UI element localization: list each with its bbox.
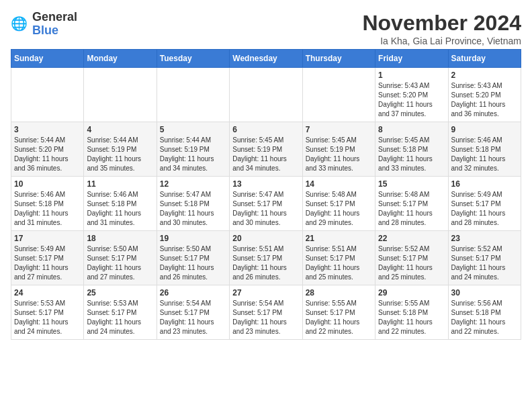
- calendar-cell: 20Sunrise: 5:51 AM Sunset: 5:17 PM Dayli…: [230, 231, 302, 285]
- calendar-cell: 4Sunrise: 5:44 AM Sunset: 5:19 PM Daylig…: [84, 122, 157, 177]
- day-info: Sunrise: 5:45 AM Sunset: 5:19 PM Dayligh…: [232, 136, 299, 173]
- day-info: Sunrise: 5:45 AM Sunset: 5:19 PM Dayligh…: [306, 136, 372, 173]
- day-number: 23: [451, 234, 518, 243]
- day-number: 22: [378, 234, 445, 243]
- calendar-cell: [11, 68, 84, 122]
- calendar-cell: 28Sunrise: 5:55 AM Sunset: 5:17 PM Dayli…: [302, 285, 375, 340]
- day-info: Sunrise: 5:53 AM Sunset: 5:17 PM Dayligh…: [87, 299, 153, 336]
- calendar-cell: 23Sunrise: 5:52 AM Sunset: 5:17 PM Dayli…: [448, 231, 521, 285]
- day-number: 1: [378, 71, 445, 80]
- day-number: 2: [451, 71, 518, 80]
- calendar-cell: 22Sunrise: 5:52 AM Sunset: 5:17 PM Dayli…: [375, 231, 448, 285]
- calendar-cell: 15Sunrise: 5:48 AM Sunset: 5:17 PM Dayli…: [375, 177, 448, 231]
- day-info: Sunrise: 5:53 AM Sunset: 5:17 PM Dayligh…: [14, 299, 81, 336]
- calendar-cell: 12Sunrise: 5:47 AM Sunset: 5:18 PM Dayli…: [157, 177, 229, 231]
- week-row-5: 24Sunrise: 5:53 AM Sunset: 5:17 PM Dayli…: [11, 285, 521, 340]
- day-info: Sunrise: 5:44 AM Sunset: 5:20 PM Dayligh…: [14, 136, 81, 173]
- title-area: November 2024 Ia Kha, Gia Lai Province, …: [362, 11, 521, 46]
- calendar-cell: 14Sunrise: 5:48 AM Sunset: 5:17 PM Dayli…: [302, 177, 375, 231]
- logo-blue: Blue: [32, 24, 77, 38]
- calendar-cell: 30Sunrise: 5:56 AM Sunset: 5:18 PM Dayli…: [448, 285, 521, 340]
- day-number: 9: [451, 125, 518, 134]
- day-info: Sunrise: 5:49 AM Sunset: 5:17 PM Dayligh…: [451, 190, 518, 228]
- calendar-cell: [230, 68, 302, 122]
- day-info: Sunrise: 5:44 AM Sunset: 5:19 PM Dayligh…: [87, 136, 153, 173]
- day-info: Sunrise: 5:43 AM Sunset: 5:20 PM Dayligh…: [378, 81, 445, 119]
- column-header-tuesday: Tuesday: [157, 50, 229, 68]
- day-number: 10: [14, 179, 81, 189]
- column-header-monday: Monday: [84, 50, 157, 68]
- week-row-4: 17Sunrise: 5:49 AM Sunset: 5:17 PM Dayli…: [11, 231, 521, 285]
- calendar-cell: 10Sunrise: 5:46 AM Sunset: 5:18 PM Dayli…: [11, 177, 84, 231]
- day-number: 13: [232, 179, 299, 189]
- day-info: Sunrise: 5:52 AM Sunset: 5:17 PM Dayligh…: [378, 244, 445, 282]
- day-number: 25: [87, 288, 153, 298]
- day-number: 30: [451, 288, 518, 298]
- day-info: Sunrise: 5:51 AM Sunset: 5:17 PM Dayligh…: [306, 244, 372, 282]
- calendar-cell: 13Sunrise: 5:47 AM Sunset: 5:17 PM Dayli…: [230, 177, 302, 231]
- day-info: Sunrise: 5:55 AM Sunset: 5:18 PM Dayligh…: [378, 299, 445, 336]
- day-number: 18: [87, 234, 153, 243]
- calendar-cell: 3Sunrise: 5:44 AM Sunset: 5:20 PM Daylig…: [11, 122, 84, 177]
- day-number: 3: [14, 125, 81, 134]
- day-info: Sunrise: 5:56 AM Sunset: 5:18 PM Dayligh…: [451, 299, 518, 336]
- day-number: 24: [14, 288, 81, 298]
- day-number: 20: [232, 234, 299, 243]
- day-info: Sunrise: 5:51 AM Sunset: 5:17 PM Dayligh…: [232, 244, 299, 282]
- day-info: Sunrise: 5:44 AM Sunset: 5:19 PM Dayligh…: [160, 136, 226, 173]
- day-number: 19: [160, 234, 226, 243]
- calendar-table: SundayMondayTuesdayWednesdayThursdayFrid…: [11, 49, 521, 340]
- calendar-cell: 11Sunrise: 5:46 AM Sunset: 5:18 PM Dayli…: [84, 177, 157, 231]
- day-number: 17: [14, 234, 81, 243]
- day-info: Sunrise: 5:50 AM Sunset: 5:17 PM Dayligh…: [87, 244, 153, 282]
- week-row-1: 1Sunrise: 5:43 AM Sunset: 5:20 PM Daylig…: [11, 68, 521, 122]
- day-number: 26: [160, 288, 226, 298]
- calendar-cell: 7Sunrise: 5:45 AM Sunset: 5:19 PM Daylig…: [302, 122, 375, 177]
- calendar-cell: 9Sunrise: 5:46 AM Sunset: 5:18 PM Daylig…: [448, 122, 521, 177]
- header: 🌐 General Blue November 2024 Ia Kha, Gia…: [11, 11, 521, 46]
- day-number: 11: [87, 179, 153, 189]
- calendar-cell: [157, 68, 229, 122]
- calendar-cell: 29Sunrise: 5:55 AM Sunset: 5:18 PM Dayli…: [375, 285, 448, 340]
- day-info: Sunrise: 5:55 AM Sunset: 5:17 PM Dayligh…: [306, 299, 372, 336]
- day-info: Sunrise: 5:48 AM Sunset: 5:17 PM Dayligh…: [378, 190, 445, 228]
- day-info: Sunrise: 5:54 AM Sunset: 5:17 PM Dayligh…: [232, 299, 299, 336]
- calendar-cell: [302, 68, 375, 122]
- calendar-cell: 26Sunrise: 5:54 AM Sunset: 5:17 PM Dayli…: [157, 285, 229, 340]
- logo-general: General: [32, 11, 77, 24]
- month-title: November 2024: [362, 11, 521, 36]
- calendar-cell: [84, 68, 157, 122]
- day-number: 4: [87, 125, 153, 134]
- day-info: Sunrise: 5:47 AM Sunset: 5:18 PM Dayligh…: [160, 190, 226, 228]
- calendar-cell: 18Sunrise: 5:50 AM Sunset: 5:17 PM Dayli…: [84, 231, 157, 285]
- calendar-cell: 17Sunrise: 5:49 AM Sunset: 5:17 PM Dayli…: [11, 231, 84, 285]
- calendar-header-row: SundayMondayTuesdayWednesdayThursdayFrid…: [11, 50, 521, 68]
- logo: 🌐 General Blue: [11, 11, 77, 38]
- calendar-cell: 25Sunrise: 5:53 AM Sunset: 5:17 PM Dayli…: [84, 285, 157, 340]
- day-info: Sunrise: 5:45 AM Sunset: 5:18 PM Dayligh…: [378, 136, 445, 173]
- svg-text:🌐: 🌐: [11, 15, 28, 32]
- column-header-wednesday: Wednesday: [230, 50, 302, 68]
- calendar-cell: 8Sunrise: 5:45 AM Sunset: 5:18 PM Daylig…: [375, 122, 448, 177]
- day-info: Sunrise: 5:43 AM Sunset: 5:20 PM Dayligh…: [451, 81, 518, 119]
- day-number: 7: [306, 125, 372, 134]
- calendar-cell: 1Sunrise: 5:43 AM Sunset: 5:20 PM Daylig…: [375, 68, 448, 122]
- location: Ia Kha, Gia Lai Province, Vietnam: [362, 36, 521, 46]
- column-header-saturday: Saturday: [448, 50, 521, 68]
- column-header-sunday: Sunday: [11, 50, 84, 68]
- week-row-2: 3Sunrise: 5:44 AM Sunset: 5:20 PM Daylig…: [11, 122, 521, 177]
- day-number: 15: [378, 179, 445, 189]
- calendar-cell: 27Sunrise: 5:54 AM Sunset: 5:17 PM Dayli…: [230, 285, 302, 340]
- day-info: Sunrise: 5:47 AM Sunset: 5:17 PM Dayligh…: [232, 190, 299, 228]
- week-row-3: 10Sunrise: 5:46 AM Sunset: 5:18 PM Dayli…: [11, 177, 521, 231]
- calendar-cell: 16Sunrise: 5:49 AM Sunset: 5:17 PM Dayli…: [448, 177, 521, 231]
- calendar-cell: 5Sunrise: 5:44 AM Sunset: 5:19 PM Daylig…: [157, 122, 229, 177]
- calendar-cell: 19Sunrise: 5:50 AM Sunset: 5:17 PM Dayli…: [157, 231, 229, 285]
- day-number: 28: [306, 288, 372, 298]
- column-header-thursday: Thursday: [302, 50, 375, 68]
- day-info: Sunrise: 5:50 AM Sunset: 5:17 PM Dayligh…: [160, 244, 226, 282]
- day-info: Sunrise: 5:49 AM Sunset: 5:17 PM Dayligh…: [14, 244, 81, 282]
- day-info: Sunrise: 5:46 AM Sunset: 5:18 PM Dayligh…: [14, 190, 81, 228]
- day-info: Sunrise: 5:46 AM Sunset: 5:18 PM Dayligh…: [451, 136, 518, 173]
- day-number: 29: [378, 288, 445, 298]
